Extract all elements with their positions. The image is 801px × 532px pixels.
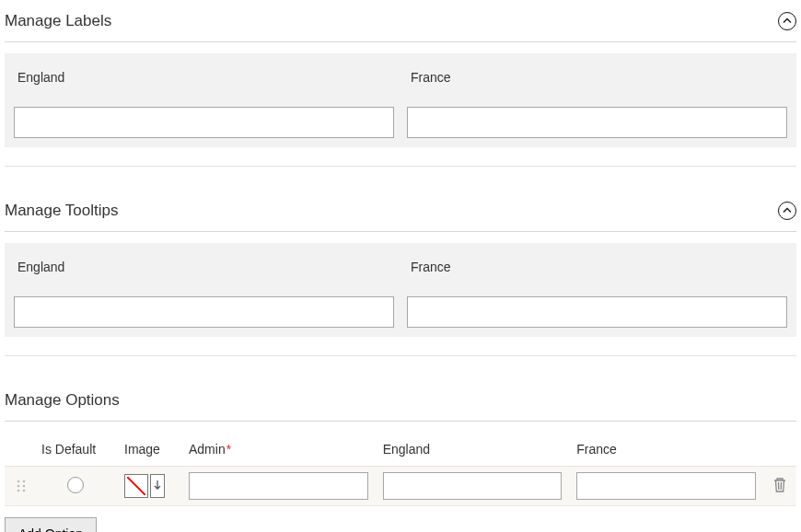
image-header: Image [117, 433, 181, 467]
manage-labels-title: Manage Labels [5, 12, 111, 30]
manage-tooltips-title: Manage Tooltips [5, 202, 119, 220]
svg-point-3 [23, 485, 26, 488]
labels-header-row: England France [5, 53, 796, 107]
image-cell [124, 474, 174, 498]
store-label-england-tooltips: England [14, 252, 394, 287]
tooltip-england-input[interactable] [14, 296, 394, 328]
is-default-radio[interactable] [67, 477, 84, 493]
manage-labels-section: Manage Labels England France [5, 5, 796, 167]
drag-grip-icon [16, 479, 27, 493]
is-default-header: Is Default [34, 433, 117, 467]
chevron-up-icon [783, 17, 792, 26]
labels-store-cell: France [407, 63, 787, 98]
image-download-button[interactable] [150, 474, 165, 498]
england-cell [376, 467, 570, 506]
collapse-toggle-labels[interactable] [778, 12, 796, 30]
label-england-input[interactable] [14, 107, 394, 138]
manage-options-section: Manage Options Is Default Image Admin* E… [5, 384, 796, 532]
tooltips-store-panel: England France [5, 243, 796, 337]
france-header: France [569, 433, 763, 467]
store-label-france-tooltips: France [407, 252, 787, 287]
labels-input-cell [407, 107, 787, 138]
manage-tooltips-section: Manage Tooltips England France [5, 194, 796, 356]
option-england-input[interactable] [383, 472, 563, 500]
labels-input-row [5, 107, 796, 147]
collapse-toggle-tooltips[interactable] [778, 202, 796, 220]
section-header: Manage Labels [5, 5, 796, 42]
add-option-button[interactable]: Add Option [5, 517, 97, 532]
options-table-head: Is Default Image Admin* England France [5, 433, 796, 467]
labels-store-panel: England France [5, 53, 796, 147]
is-default-cell [34, 467, 117, 506]
chevron-up-icon [783, 206, 792, 215]
drag-column-header [5, 433, 34, 467]
admin-header-text: Admin [189, 442, 226, 457]
labels-input-cell [14, 107, 394, 138]
section-spacer [5, 166, 796, 167]
tooltips-store-cell: France [407, 252, 787, 287]
options-table-body [5, 467, 796, 506]
option-admin-input[interactable] [189, 472, 368, 500]
required-mark: * [226, 442, 231, 457]
tooltips-store-cell: England [14, 252, 394, 287]
france-cell [569, 467, 763, 506]
tooltip-france-input[interactable] [407, 296, 787, 328]
tooltips-input-cell [14, 296, 394, 328]
delete-column-header [763, 433, 796, 467]
svg-point-2 [17, 485, 20, 488]
trash-icon [772, 477, 787, 493]
section-spacer [5, 355, 796, 356]
image-placeholder[interactable] [124, 474, 148, 498]
option-france-input[interactable] [576, 472, 756, 500]
tooltips-input-cell [407, 296, 787, 328]
section-header: Manage Options [5, 384, 796, 422]
section-header: Manage Tooltips [5, 194, 796, 232]
svg-point-1 [23, 480, 26, 483]
drag-cell [5, 467, 34, 506]
store-label-england-labels: England [14, 63, 394, 98]
svg-point-5 [23, 490, 26, 492]
delete-option-button[interactable] [772, 477, 787, 493]
delete-cell [763, 467, 796, 506]
label-france-input[interactable] [407, 107, 787, 138]
svg-point-4 [17, 490, 20, 492]
tooltips-input-row [5, 296, 796, 337]
labels-store-cell: England [14, 63, 394, 98]
store-label-france-labels: France [407, 63, 787, 98]
manage-options-title: Manage Options [5, 391, 120, 410]
svg-point-0 [17, 480, 20, 483]
england-header: England [376, 433, 570, 467]
options-table: Is Default Image Admin* England France [5, 433, 796, 506]
tooltips-header-row: England France [5, 243, 796, 296]
admin-cell [181, 467, 376, 506]
table-row [5, 467, 796, 506]
drag-handle[interactable] [12, 479, 27, 493]
arrow-down-icon [154, 480, 161, 492]
admin-header: Admin* [181, 433, 376, 467]
image-cell-td [117, 467, 181, 506]
